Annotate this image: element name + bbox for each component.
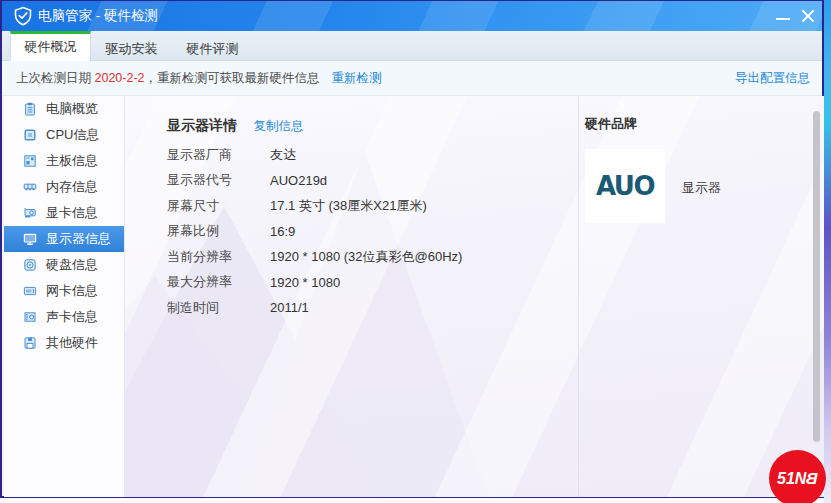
minimize-button[interactable] <box>773 1 793 31</box>
network-icon <box>23 284 37 298</box>
page-title: 显示器详情 <box>167 117 237 133</box>
monitor-icon <box>23 232 37 246</box>
recheck-link[interactable]: 重新检测 <box>332 71 382 85</box>
detail-row-current-resolution: 当前分辨率 1920 * 1080 (32位真彩色@60Hz) <box>167 244 462 270</box>
auo-brand-logo: AUO <box>585 149 665 223</box>
last-check-date: 2020-2-2 <box>94 71 144 85</box>
detail-row-manufacture-date: 制造时间 2011/1 <box>167 295 462 321</box>
motherboard-icon <box>23 154 37 168</box>
auo-logo-text: AUO <box>596 170 654 202</box>
51nb-watermark-logo: 51NB <box>769 450 826 503</box>
desktop-background-right <box>824 0 831 503</box>
sidebar-item-motherboard-info[interactable]: 主板信息 <box>4 148 124 174</box>
sidebar-item-gpu-info[interactable]: 显卡信息 <box>4 200 124 226</box>
detail-row-aspect-ratio: 屏幕比例 16:9 <box>167 219 462 245</box>
monitor-detail-heading: 显示器详情 复制信息 <box>167 116 303 133</box>
sidebar: 电脑概览 CPU信息 主板信息 内存信息 显卡信息 显示器信息 硬盘信息 <box>4 96 125 497</box>
ram-icon <box>23 180 37 194</box>
sidebar-item-sound-card-info[interactable]: 声卡信息 <box>4 304 124 330</box>
page-background-bottom <box>0 498 824 503</box>
sidebar-item-disk-info[interactable]: 硬盘信息 <box>4 252 124 278</box>
minimize-icon <box>776 18 790 20</box>
app-window: 电脑管家 - 硬件检测 硬件概况 驱动安装 硬件评测 上次检测日期 2020-2… <box>0 0 824 498</box>
tab-driver-install[interactable]: 驱动安装 <box>91 31 172 61</box>
close-button[interactable] <box>797 1 819 31</box>
detail-row-model-code: 显示器代号 AUO219d <box>167 168 462 194</box>
title-bar[interactable]: 电脑管家 - 硬件检测 <box>2 1 822 31</box>
shield-logo-icon <box>13 6 33 26</box>
brand-panel-heading: 硬件品牌 <box>585 115 637 133</box>
info-bar: 上次检测日期 2020-2-2，重新检测可获取最新硬件信息重新检测 导出配置信息 <box>2 61 822 96</box>
copy-info-link[interactable]: 复制信息 <box>253 119 303 133</box>
sidebar-item-network-card-info[interactable]: 网卡信息 <box>4 278 124 304</box>
disk-icon <box>23 258 37 272</box>
window-title: 电脑管家 - 硬件检测 <box>38 1 158 31</box>
sidebar-item-memory-info[interactable]: 内存信息 <box>4 174 124 200</box>
detail-row-screen-size: 屏幕尺寸 17.1 英寸 (38厘米X21厘米) <box>167 193 462 219</box>
gpu-icon <box>23 206 37 220</box>
brand-device-label: 显示器 <box>682 179 721 197</box>
sidebar-item-cpu-info[interactable]: CPU信息 <box>4 122 124 148</box>
vertical-scrollbar[interactable] <box>813 111 820 442</box>
soundcard-icon <box>23 310 37 324</box>
cpu-icon <box>23 128 37 142</box>
export-config-link[interactable]: 导出配置信息 <box>735 61 810 96</box>
tab-hardware-overview[interactable]: 硬件概况 <box>10 31 91 61</box>
detail-row-vendor: 显示器厂商 友达 <box>167 142 462 168</box>
clipboard-icon <box>23 102 37 116</box>
sidebar-item-monitor-info[interactable]: 显示器信息 <box>4 226 124 252</box>
sidebar-item-computer-overview[interactable]: 电脑概览 <box>4 96 124 122</box>
sidebar-item-other-hardware[interactable]: 其他硬件 <box>4 330 124 356</box>
tab-bar: 硬件概况 驱动安装 硬件评测 <box>2 31 822 61</box>
tab-hardware-benchmark[interactable]: 硬件评测 <box>172 31 253 61</box>
monitor-detail-table: 显示器厂商 友达 显示器代号 AUO219d 屏幕尺寸 17.1 英寸 (38厘… <box>167 142 462 321</box>
panel-divider <box>578 96 579 497</box>
screenshot-stage: 电脑管家 - 硬件检测 硬件概况 驱动安装 硬件评测 上次检测日期 2020-2… <box>0 0 831 503</box>
floppy-icon <box>23 336 37 350</box>
last-check-message: 上次检测日期 2020-2-2，重新检测可获取最新硬件信息重新检测 <box>16 61 382 96</box>
detail-row-max-resolution: 最大分辨率 1920 * 1080 <box>167 270 462 296</box>
